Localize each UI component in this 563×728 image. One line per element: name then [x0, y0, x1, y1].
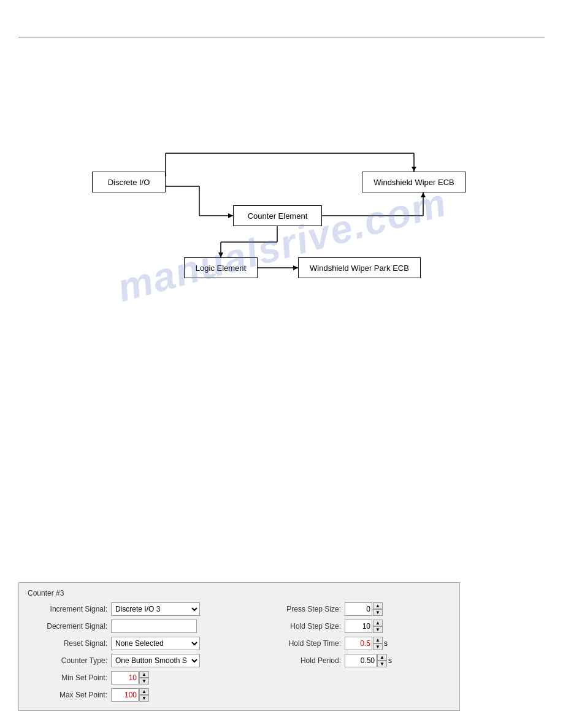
- diagram-arrows: [18, 49, 545, 343]
- counter-type-label: Counter Type:: [28, 656, 107, 665]
- hold-step-time-up[interactable]: ▲: [373, 637, 383, 643]
- min-set-point-label: Min Set Point:: [28, 673, 107, 682]
- press-step-size-row: Press Step Size: ▲ ▼: [261, 602, 392, 616]
- reset-signal-select[interactable]: None Selected: [111, 637, 200, 650]
- min-set-point-row: Min Set Point: ▲ ▼: [28, 671, 200, 684]
- logic-element-box: Logic Element: [184, 257, 258, 278]
- hold-period-down[interactable]: ▼: [377, 661, 387, 667]
- counter-right-column: Press Step Size: ▲ ▼ Hold Step Size: ▲ ▼: [261, 602, 392, 702]
- diagram-area: manualsrive.com: [18, 49, 545, 343]
- press-step-size-up[interactable]: ▲: [373, 602, 383, 609]
- press-step-size-down[interactable]: ▼: [373, 609, 383, 616]
- hold-period-label: Hold Period:: [261, 656, 341, 665]
- counter-element-box: Counter Element: [233, 205, 322, 226]
- hold-period-row: Hold Period: ▲ ▼ s: [261, 654, 392, 667]
- hold-step-time-row: Hold Step Time: ▲ ▼ s: [261, 637, 392, 650]
- counter-panel-title: Counter #3: [28, 589, 451, 597]
- decrement-signal-input[interactable]: [111, 620, 197, 633]
- hold-step-size-spinner: ▲ ▼: [345, 620, 383, 633]
- hold-period-spinner: ▲ ▼ s: [345, 654, 392, 667]
- reset-signal-label: Reset Signal:: [28, 639, 107, 648]
- hold-period-spinner-buttons: ▲ ▼: [377, 654, 387, 667]
- hold-period-unit: s: [388, 656, 392, 665]
- windshield-wiper-park-ecb-box: Windshield Wiper Park ECB: [298, 257, 421, 278]
- hold-period-up[interactable]: ▲: [377, 654, 387, 661]
- counter-type-row: Counter Type: One Button Smooth S: [28, 654, 200, 667]
- svg-marker-3: [412, 167, 416, 172]
- press-step-size-label: Press Step Size:: [261, 605, 341, 613]
- max-set-point-input[interactable]: [111, 688, 139, 702]
- max-set-point-spinner-buttons: ▲ ▼: [139, 688, 149, 702]
- max-set-point-up[interactable]: ▲: [139, 688, 149, 695]
- svg-marker-16: [293, 265, 298, 270]
- hold-step-time-spinner-buttons: ▲ ▼: [373, 637, 383, 650]
- min-set-point-spinner: ▲ ▼: [111, 671, 149, 684]
- counter-left-column: Increment Signal: Discrete I/O 3 Decreme…: [28, 602, 200, 702]
- press-step-size-spinner-buttons: ▲ ▼: [373, 602, 383, 616]
- min-set-point-input[interactable]: [111, 671, 139, 684]
- max-set-point-label: Max Set Point:: [28, 691, 107, 699]
- svg-marker-10: [421, 192, 426, 197]
- hold-step-time-input[interactable]: [345, 637, 372, 650]
- hold-period-input[interactable]: [345, 654, 377, 667]
- reset-signal-row: Reset Signal: None Selected: [28, 637, 200, 650]
- hold-step-size-down[interactable]: ▼: [373, 626, 383, 633]
- top-rule: [18, 37, 545, 37]
- hold-step-time-label: Hold Step Time:: [261, 639, 341, 648]
- decrement-signal-row: Decrement Signal:: [28, 620, 200, 633]
- max-set-point-row: Max Set Point: ▲ ▼: [28, 688, 200, 702]
- svg-marker-7: [228, 213, 233, 218]
- press-step-size-spinner: ▲ ▼: [345, 602, 383, 616]
- hold-step-size-up[interactable]: ▲: [373, 620, 383, 626]
- hold-step-size-input[interactable]: [345, 620, 372, 633]
- discrete-io-box: Discrete I/O: [92, 172, 166, 192]
- hold-step-time-spinner: ▲ ▼ s: [345, 637, 388, 650]
- svg-marker-14: [218, 252, 223, 257]
- min-set-point-spinner-buttons: ▲ ▼: [139, 671, 149, 684]
- max-set-point-spinner: ▲ ▼: [111, 688, 149, 702]
- increment-signal-label: Increment Signal:: [28, 605, 107, 613]
- hold-step-size-label: Hold Step Size:: [261, 622, 341, 631]
- counter-panel: Counter #3 Increment Signal: Discrete I/…: [18, 582, 460, 711]
- hold-step-time-unit: s: [384, 639, 388, 648]
- decrement-signal-label: Decrement Signal:: [28, 622, 107, 631]
- increment-signal-select[interactable]: Discrete I/O 3: [111, 602, 200, 616]
- increment-signal-row: Increment Signal: Discrete I/O 3: [28, 602, 200, 616]
- hold-step-time-down[interactable]: ▼: [373, 643, 383, 650]
- counter-type-select[interactable]: One Button Smooth S: [111, 654, 200, 667]
- hold-step-size-spinner-buttons: ▲ ▼: [373, 620, 383, 633]
- windshield-wiper-ecb-box: Windshield Wiper ECB: [362, 172, 466, 192]
- press-step-size-input[interactable]: [345, 602, 372, 616]
- hold-step-size-row: Hold Step Size: ▲ ▼: [261, 620, 392, 633]
- max-set-point-down[interactable]: ▼: [139, 695, 149, 702]
- min-set-point-up[interactable]: ▲: [139, 671, 149, 678]
- min-set-point-down[interactable]: ▼: [139, 678, 149, 684]
